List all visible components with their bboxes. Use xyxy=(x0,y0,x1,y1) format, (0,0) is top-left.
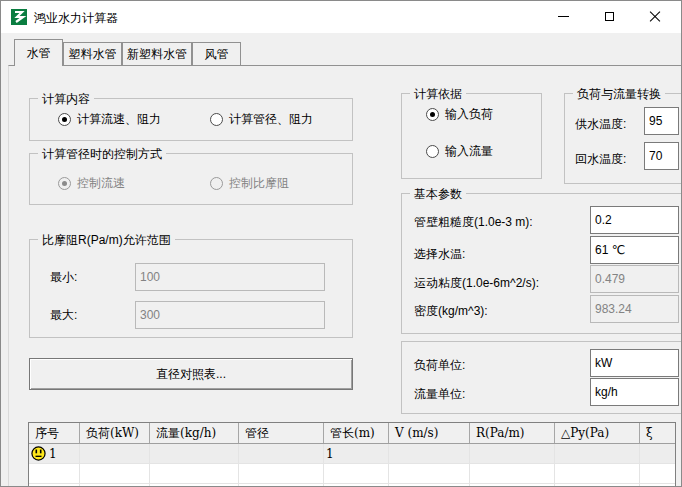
cell-dpy[interactable] xyxy=(555,444,640,463)
group-conversion: 负荷与流量转换 供水温度: 回水温度: xyxy=(564,93,682,184)
return-temp-input[interactable] xyxy=(644,142,679,170)
col-dpy: △Py(Pa) xyxy=(555,423,640,443)
water-temp-label: 选择水温: xyxy=(414,246,465,263)
supply-temp-input[interactable] xyxy=(644,107,679,135)
empty-cell[interactable] xyxy=(555,464,640,483)
table-row[interactable]: 1 1 xyxy=(29,444,675,464)
empty-cell[interactable] xyxy=(239,464,324,483)
cell-length[interactable]: 1 xyxy=(324,444,389,463)
cell-r[interactable] xyxy=(470,444,555,463)
radio-control-friction xyxy=(210,177,223,190)
col-xi: ξ xyxy=(640,423,675,443)
app-window: 鸿业水力计算器 水管 塑料水管 新塑料水管 风管 计算内容 计算流速、阻力 计算… xyxy=(0,0,682,487)
radio-input-load[interactable] xyxy=(426,108,439,121)
radio-calc-velocity-resistance-label: 计算流速、阻力 xyxy=(77,111,161,128)
col-seq: 序号 xyxy=(29,423,80,443)
tab-water-pipe[interactable]: 水管 xyxy=(14,39,63,66)
group-conversion-title: 负荷与流量转换 xyxy=(573,86,665,103)
cell-xi[interactable] xyxy=(640,444,675,463)
tab-air-duct[interactable]: 风管 xyxy=(192,42,241,65)
col-length: 管长(m) xyxy=(324,423,389,443)
radio-control-velocity xyxy=(58,177,71,190)
empty-cell[interactable] xyxy=(324,464,389,483)
density-input xyxy=(590,295,679,323)
group-calc-basis: 计算依据 输入负荷 输入流量 xyxy=(401,93,542,179)
group-calc-content: 计算内容 计算流速、阻力 计算管径、阻力 xyxy=(29,98,353,141)
min-input xyxy=(135,263,325,291)
col-diameter: 管径 xyxy=(239,423,324,443)
col-r: R(Pa/m) xyxy=(470,423,555,443)
group-control-mode-title: 计算管径时的控制方式 xyxy=(38,146,166,163)
cell-seq[interactable]: 1 xyxy=(29,444,80,463)
diameter-table-button-label: 直径对照表... xyxy=(156,366,226,383)
close-icon xyxy=(649,11,661,23)
radio-calc-diameter-resistance-label: 计算管径、阻力 xyxy=(229,111,313,128)
density-label: 密度(kg/m^3): xyxy=(414,303,488,320)
smiley-face-icon xyxy=(31,446,46,461)
group-basic-params: 基本参数 管壁粗糙度(1.0e-3 m): 选择水温: 运动粘度(1.0e-6m… xyxy=(401,193,682,334)
group-calc-basis-title: 计算依据 xyxy=(410,86,466,103)
group-units: 负荷单位: 流量单位: xyxy=(401,341,682,414)
group-control-mode: 计算管径时的控制方式 控制流速 控制比摩阻 xyxy=(29,153,353,205)
empty-cell[interactable] xyxy=(80,464,150,483)
flow-unit-label: 流量单位: xyxy=(414,386,465,403)
col-velocity: V (m/s) xyxy=(389,423,470,443)
viscosity-label: 运动粘度(1.0e-6m^2/s): xyxy=(414,275,539,292)
viscosity-input xyxy=(590,265,679,293)
flow-unit-input[interactable] xyxy=(590,378,679,406)
empty-cell[interactable] xyxy=(640,464,675,483)
window-title: 鸿业水力计算器 xyxy=(34,10,118,27)
load-unit-label: 负荷单位: xyxy=(414,357,465,374)
radio-input-load-label: 输入负荷 xyxy=(445,106,493,123)
cell-velocity[interactable] xyxy=(389,444,470,463)
cell-diameter[interactable] xyxy=(239,444,324,463)
grid-header-row: 序号 负荷(kW) 流量(kg/h) 管径 管长(m) V (m/s) R(Pa… xyxy=(29,423,675,444)
app-logo-icon xyxy=(11,9,27,25)
radio-input-flow-label: 输入流量 xyxy=(445,143,493,160)
window-controls xyxy=(540,1,678,32)
group-friction-range-title: 比摩阻R(Pa/m)允许范围 xyxy=(38,232,175,249)
max-label: 最大: xyxy=(50,307,77,324)
radio-control-friction-label: 控制比摩阻 xyxy=(229,175,289,192)
roughness-input[interactable] xyxy=(590,206,679,234)
load-unit-input[interactable] xyxy=(590,349,679,377)
col-load: 负荷(kW) xyxy=(80,423,150,443)
empty-cell[interactable] xyxy=(389,464,470,483)
minimize-icon xyxy=(558,16,569,17)
tab-new-plastic-pipe[interactable]: 新塑料水管 xyxy=(122,42,192,65)
roughness-label: 管壁粗糙度(1.0e-3 m): xyxy=(414,214,533,231)
group-friction-range: 比摩阻R(Pa/m)允许范围 最小: 最大: xyxy=(29,239,353,338)
cell-load[interactable] xyxy=(80,444,150,463)
pipe-data-grid: 序号 负荷(kW) 流量(kg/h) 管径 管长(m) V (m/s) R(Pa… xyxy=(28,422,676,487)
empty-cell[interactable] xyxy=(470,464,555,483)
title-bar: 鸿业水力计算器 xyxy=(1,1,681,33)
maximize-icon xyxy=(605,12,614,21)
cell-flow[interactable] xyxy=(150,444,239,463)
diameter-table-button[interactable]: 直径对照表... xyxy=(29,358,353,390)
group-calc-content-title: 计算内容 xyxy=(38,91,94,108)
col-flow: 流量(kg/h) xyxy=(150,423,239,443)
minimize-button[interactable] xyxy=(540,1,586,32)
empty-cell[interactable] xyxy=(150,464,239,483)
close-button[interactable] xyxy=(632,1,678,32)
supply-temp-label: 供水温度: xyxy=(575,116,626,133)
min-label: 最小: xyxy=(50,269,77,286)
max-input xyxy=(135,301,325,329)
tab-plastic-pipe[interactable]: 塑料水管 xyxy=(63,42,122,65)
empty-cell[interactable] xyxy=(29,464,80,483)
radio-input-flow[interactable] xyxy=(426,145,439,158)
radio-calc-diameter-resistance[interactable] xyxy=(210,113,223,126)
return-temp-label: 回水温度: xyxy=(575,151,626,168)
cell-seq-value: 1 xyxy=(49,447,57,461)
radio-calc-velocity-resistance[interactable] xyxy=(58,113,71,126)
table-row-empty[interactable] xyxy=(29,464,675,484)
maximize-button[interactable] xyxy=(586,1,632,32)
radio-control-velocity-label: 控制流速 xyxy=(77,175,125,192)
group-basic-params-title: 基本参数 xyxy=(410,186,466,203)
water-temp-input[interactable] xyxy=(590,236,679,264)
